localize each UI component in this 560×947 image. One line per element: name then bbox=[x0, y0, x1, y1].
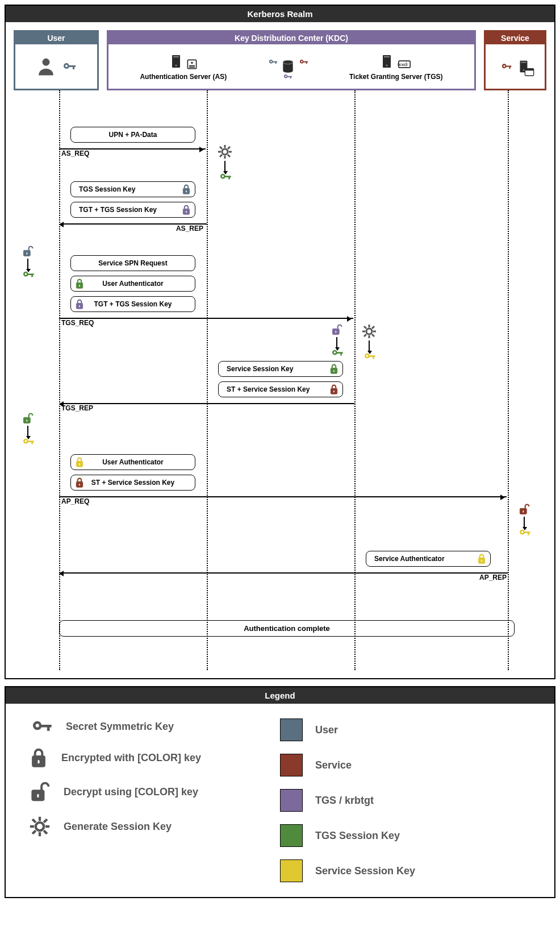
key-icon bbox=[296, 59, 310, 65]
legend-service: Service bbox=[280, 754, 532, 776]
lifeline-user bbox=[59, 90, 60, 670]
msg-spn: Service SPN Request bbox=[70, 255, 195, 271]
msg-user-auth: User Authenticator bbox=[70, 276, 195, 292]
server-icon bbox=[379, 52, 394, 70]
participant-user: User bbox=[14, 30, 99, 90]
kdc-as: Authentication Server (AS) bbox=[140, 52, 227, 81]
person-icon bbox=[36, 56, 56, 77]
swatch-user bbox=[280, 718, 303, 741]
kdc-db bbox=[281, 59, 295, 74]
legend-dec: Decrypt using [COLOR] key bbox=[28, 781, 280, 803]
lock-closed-icon bbox=[181, 184, 191, 195]
legend-left: Secret Symmetric Key Encrypted with [COL… bbox=[28, 718, 280, 882]
lifeline-as bbox=[207, 90, 208, 670]
tgs-generate bbox=[361, 323, 377, 361]
swatch-tgs bbox=[280, 789, 303, 812]
badge-icon bbox=[186, 58, 198, 70]
svc-decrypt bbox=[517, 503, 532, 537]
lock-open-icon bbox=[331, 323, 343, 336]
msg-tgt-sess2: TGT + TGS Session Key bbox=[70, 296, 195, 312]
lock-closed-icon bbox=[477, 553, 487, 564]
tgs-decrypt bbox=[329, 323, 344, 358]
participant-service: Service bbox=[484, 30, 546, 90]
lock-closed-icon bbox=[74, 456, 85, 468]
lock-closed-icon bbox=[74, 298, 85, 310]
lock-closed-icon bbox=[74, 477, 85, 488]
gear-icon bbox=[361, 323, 377, 339]
ticket-icon bbox=[396, 58, 412, 70]
gear-icon bbox=[28, 815, 51, 838]
realm-panel: Kerberos Realm User Key Distribution Cen… bbox=[5, 5, 555, 679]
msg-svc-sess: Service Session Key bbox=[218, 361, 343, 377]
legend-gen: Generate Session Key bbox=[28, 815, 280, 838]
lifeline-tgs bbox=[354, 90, 356, 670]
as-generate bbox=[217, 144, 233, 181]
lock-closed-icon bbox=[329, 363, 339, 375]
arrow-ap-rep bbox=[60, 572, 508, 574]
lock-closed-icon bbox=[329, 384, 339, 395]
swatch-service bbox=[280, 754, 303, 776]
legend-right: User Service TGS / krbtgt TGS Session Ke… bbox=[280, 718, 532, 882]
msg-st-sess: ST + Service Session Key bbox=[218, 381, 343, 397]
msg-tgt-sess: TGT + TGS Session Key bbox=[70, 202, 195, 218]
key-icon bbox=[28, 718, 53, 734]
lock-closed-icon bbox=[74, 278, 85, 289]
legend-panel: Legend Secret Symmetric Key Encrypted wi… bbox=[5, 686, 555, 898]
key-icon bbox=[266, 59, 279, 65]
msg-user-auth2: User Authenticator bbox=[70, 454, 195, 470]
lock-closed-icon bbox=[28, 747, 49, 769]
msg-upn: UPN + PA-Data bbox=[70, 127, 195, 143]
legend-user: User bbox=[280, 718, 532, 741]
label-tgs-rep: TGS_REP bbox=[61, 404, 93, 412]
label-ap-req: AP_REQ bbox=[61, 497, 89, 505]
participants-row: User Key Distribution Center (KDC) Authe… bbox=[14, 30, 546, 90]
msg-st-sess2: ST + Service Session Key bbox=[70, 475, 195, 491]
msg-tgs-sess: TGS Session Key bbox=[70, 181, 195, 197]
kdc-tgs: Ticket Granting Server (TGS) bbox=[349, 52, 443, 81]
lifeline-service bbox=[508, 90, 509, 670]
lock-open-icon bbox=[22, 412, 34, 425]
label-as-rep: AS_REP bbox=[176, 225, 203, 232]
legend-enc: Encrypted with [COLOR] key bbox=[28, 747, 280, 769]
arrow-ap-req bbox=[59, 496, 507, 497]
label-as-req: AS_REQ bbox=[61, 149, 89, 157]
lock-open-icon bbox=[22, 245, 34, 257]
lock-open-icon bbox=[28, 781, 51, 803]
swatch-svcsess bbox=[280, 859, 303, 882]
gear-icon bbox=[217, 144, 233, 160]
label-tgs-req: TGS_REQ bbox=[61, 319, 94, 327]
lock-closed-icon bbox=[181, 204, 191, 215]
legend-tgs: TGS / krbtgt bbox=[280, 789, 532, 812]
sequence-diagram: UPN + PA-Data AS_REQ TGS Session Key TGT… bbox=[14, 90, 546, 670]
swatch-tgssess bbox=[280, 824, 303, 847]
key-icon bbox=[281, 73, 294, 80]
participant-kdc: Key Distribution Center (KDC) Authentica… bbox=[107, 30, 476, 90]
label-ap-rep: AP_REP bbox=[479, 574, 507, 582]
arrow-tgs-req bbox=[59, 318, 353, 319]
legend-svcsess: Service Session Key bbox=[280, 859, 532, 882]
database-icon bbox=[281, 59, 295, 74]
key-icon bbox=[61, 61, 77, 72]
arrow-tgs-rep bbox=[60, 403, 354, 404]
legend-tgssess: TGS Session Key bbox=[280, 824, 532, 847]
msg-complete: Authentication complete bbox=[59, 620, 515, 637]
legend-title: Legend bbox=[6, 687, 554, 704]
legend-key: Secret Symmetric Key bbox=[28, 718, 280, 734]
user-decrypt-2 bbox=[20, 412, 35, 446]
key-icon bbox=[500, 63, 512, 70]
lock-open-icon bbox=[518, 503, 530, 516]
realm-title: Kerberos Realm bbox=[6, 6, 554, 22]
msg-svc-auth: Service Authenticator bbox=[366, 551, 491, 567]
server-icon bbox=[169, 52, 183, 70]
user-decrypt-1 bbox=[20, 245, 35, 279]
window-icon bbox=[524, 67, 535, 77]
